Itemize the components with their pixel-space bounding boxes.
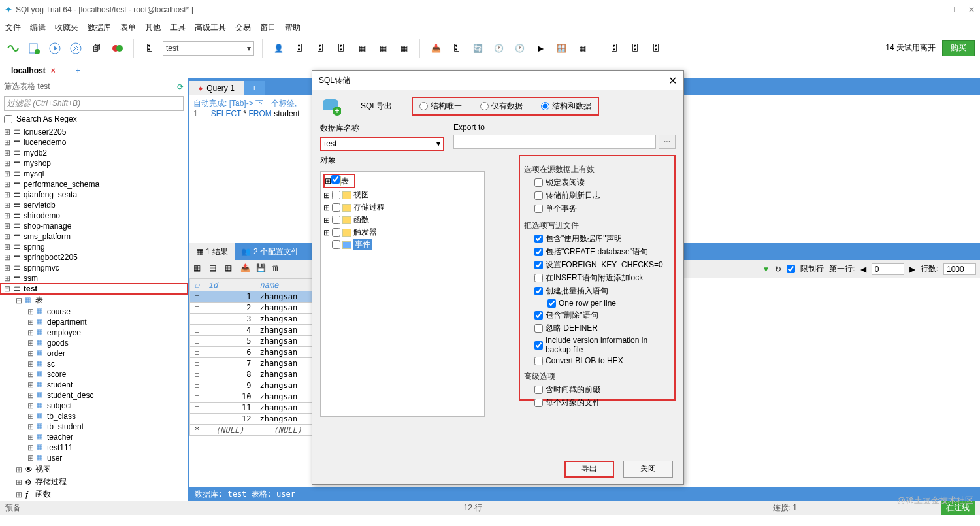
- backup-icon[interactable]: 🗄: [606, 41, 622, 56]
- table-row[interactable]: ☐10zhangsan: [190, 391, 320, 403]
- table-node[interactable]: ⊞course: [0, 306, 188, 317]
- opt-bulk-insert[interactable]: 创建批量插入语句: [525, 286, 669, 297]
- user-icon[interactable]: 👤: [270, 41, 286, 56]
- table-node[interactable]: ⊞test111: [0, 442, 188, 453]
- db-node[interactable]: ⊞performance_schema: [0, 179, 188, 189]
- db-node[interactable]: ⊞servletdb: [0, 200, 188, 210]
- dialog-close-icon[interactable]: ✕: [668, 74, 677, 87]
- menu-item[interactable]: 收藏夹: [55, 22, 78, 33]
- table-node[interactable]: ⊞employee: [0, 327, 188, 338]
- prev-page-icon[interactable]: ◀: [860, 265, 866, 274]
- database-tree[interactable]: ⊞lcnuser2205⊞lucenedemo⊞mydb2⊞myshop⊞mys…: [0, 125, 188, 501]
- db-node-selected[interactable]: ⊟test: [0, 284, 188, 294]
- table-icon[interactable]: ▦: [375, 41, 391, 56]
- menu-item[interactable]: 窗口: [260, 22, 276, 33]
- grid-view-icon[interactable]: ▦: [193, 263, 205, 275]
- table-row[interactable]: ☐1zhangsan: [190, 291, 320, 303]
- table-node[interactable]: ⊞teacher: [0, 432, 188, 442]
- history-icon[interactable]: 🕐: [491, 41, 506, 56]
- table-node[interactable]: ⊞tb_class: [0, 411, 188, 421]
- table-row[interactable]: ☐5zhangsan: [190, 336, 320, 347]
- db-name-combo[interactable]: test▾: [320, 137, 444, 151]
- close-tab-icon[interactable]: ×: [51, 66, 56, 75]
- opt-use-db[interactable]: 包含"使用数据库"声明: [525, 233, 669, 244]
- table-row[interactable]: ☐3zhangsan: [190, 314, 320, 325]
- table-row[interactable]: ☐6zhangsan: [190, 347, 320, 358]
- add-connection-tab[interactable]: +: [69, 63, 87, 78]
- table-node[interactable]: ⊞score: [0, 369, 188, 380]
- export-button[interactable]: 导出: [564, 461, 614, 478]
- table-node[interactable]: ⊞student_desc: [0, 390, 188, 401]
- object-tree[interactable]: ⊞表 ⊞视图 ⊞存储过程 ⊞函数 ⊞触发器 事件: [320, 171, 485, 417]
- menu-item[interactable]: 表单: [120, 22, 136, 33]
- menu-item[interactable]: 帮助: [285, 22, 301, 33]
- regex-checkbox[interactable]: [4, 115, 12, 123]
- schema-icon[interactable]: ▦: [354, 41, 370, 56]
- table-node[interactable]: ⊞tb_student: [0, 421, 188, 432]
- db-node[interactable]: ⊞springboot2205: [0, 252, 188, 263]
- db-node[interactable]: ⊞ssm: [0, 273, 188, 284]
- opt-version-info[interactable]: Include version information in backup fi…: [525, 336, 669, 354]
- menu-item[interactable]: 文件: [5, 22, 21, 33]
- db-node[interactable]: ⊞shirodemo: [0, 210, 188, 221]
- result-tab[interactable]: ▦ 1 结果: [189, 243, 235, 260]
- opt-file-per-object[interactable]: 每个对象的文件: [525, 397, 669, 408]
- export-tab-label[interactable]: SQL导出: [361, 101, 392, 112]
- schedule-icon[interactable]: 🕐: [512, 41, 527, 56]
- radio-structure-only[interactable]: 结构唯一: [419, 101, 462, 112]
- opt-blob-hex[interactable]: Convert BLOB to HEX: [525, 356, 669, 365]
- menu-item[interactable]: 编辑: [30, 22, 46, 33]
- query-tab[interactable]: ♦ Query 1: [189, 81, 244, 95]
- browse-button[interactable]: ...: [659, 135, 676, 149]
- db-node[interactable]: ⊞spring: [0, 242, 188, 252]
- table-row[interactable]: ☐11zhangsan: [190, 403, 320, 414]
- add-query-tab[interactable]: +: [244, 81, 265, 95]
- table-row[interactable]: ☐12zhangsan: [190, 414, 320, 425]
- menu-item[interactable]: 其他: [145, 22, 161, 33]
- opt-flush-logs[interactable]: 转储前刷新日志: [525, 190, 669, 201]
- table-node[interactable]: ⊞student: [0, 380, 188, 390]
- tables-folder[interactable]: ⊟表: [0, 294, 188, 306]
- play-icon[interactable]: ▶: [532, 41, 548, 56]
- close-icon[interactable]: ✕: [968, 5, 975, 14]
- opt-insert-lock[interactable]: 在INSERT语句附近添加lock: [525, 272, 669, 284]
- db-node[interactable]: ⊞sms_platform: [0, 231, 188, 242]
- form-view-icon[interactable]: ▤: [209, 263, 221, 275]
- reset-filter-icon[interactable]: ↻: [775, 265, 781, 274]
- save-icon[interactable]: 💾: [256, 263, 268, 275]
- tile-icon[interactable]: ▦: [574, 41, 590, 56]
- delete-icon[interactable]: 🗑: [272, 263, 284, 275]
- object-folder[interactable]: ⊞ƒ函数: [0, 488, 188, 501]
- db-node[interactable]: ⊞lcnuser2205: [0, 127, 188, 137]
- menu-item[interactable]: 数据库: [88, 22, 111, 33]
- import-icon[interactable]: 📥: [428, 41, 444, 56]
- buy-button[interactable]: 购买: [942, 40, 975, 56]
- table-row[interactable]: ☐8zhangsan: [190, 369, 320, 380]
- refresh-browser-icon[interactable]: ⟳: [177, 82, 184, 91]
- object-folder[interactable]: ⊞⚙存储过程: [0, 476, 188, 488]
- menu-item[interactable]: 工具: [170, 22, 186, 33]
- table-node[interactable]: ⊞order: [0, 348, 188, 359]
- table-row[interactable]: ☐7zhangsan: [190, 358, 320, 369]
- db-node[interactable]: ⊞mysql: [0, 169, 188, 179]
- db-copy-icon[interactable]: 🗄: [312, 41, 328, 56]
- export-result-icon[interactable]: 📤: [240, 263, 252, 275]
- first-row-input[interactable]: [872, 263, 904, 275]
- db-node[interactable]: ⊞mydb2: [0, 148, 188, 158]
- refresh-icon[interactable]: [110, 41, 125, 56]
- text-view-icon[interactable]: ▦: [225, 263, 237, 275]
- limit-checkbox[interactable]: [787, 265, 795, 273]
- db-node[interactable]: ⊞springmvc: [0, 263, 188, 273]
- export-path-input[interactable]: [453, 135, 656, 149]
- close-button[interactable]: 关闭: [623, 461, 673, 478]
- table-row-null[interactable]: *(NULL)(NULL): [190, 425, 320, 436]
- opt-timestamp-prefix[interactable]: 含时间戳的前缀: [525, 384, 669, 395]
- object-folder[interactable]: ⊞👁视图: [0, 463, 188, 476]
- execute-icon[interactable]: [47, 41, 63, 56]
- opt-fk-checks[interactable]: 设置FOREIGN_KEY_CHECKS=0: [525, 259, 669, 271]
- table-node[interactable]: ⊞goods: [0, 338, 188, 348]
- window-icon[interactable]: 🪟: [553, 41, 569, 56]
- maintenance-icon[interactable]: 🗄: [648, 41, 664, 56]
- db-sync-icon[interactable]: 🗄: [291, 41, 307, 56]
- table-node[interactable]: ⊞department: [0, 317, 188, 327]
